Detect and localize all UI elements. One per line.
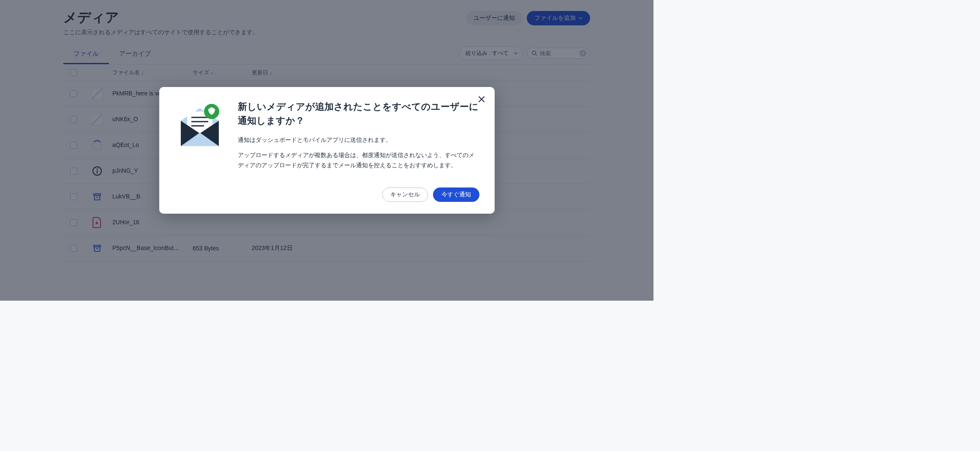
modal-overlay: 新しいメディアが追加されたことをすべてのユーザーに通知しますか？ 通知はダッシュ… [0, 0, 653, 301]
notify-modal: 新しいメディアが追加されたことをすべてのユーザーに通知しますか？ 通知はダッシュ… [159, 87, 495, 213]
modal-desc-2: アップロードするメディアが複数ある場合は、都度通知が送信されないよう、すべてのメ… [238, 150, 479, 171]
modal-desc-1: 通知はダッシュボードとモバイルアプリに送信されます。 [238, 135, 479, 145]
modal-title: 新しいメディアが追加されたことをすべてのユーザーに通知しますか？ [238, 100, 479, 128]
modal-confirm-button[interactable]: 今すぐ通知 [433, 187, 479, 202]
modal-close-button[interactable] [478, 95, 485, 105]
close-icon [478, 95, 485, 103]
envelope-notification-icon [174, 100, 225, 150]
modal-cancel-button[interactable]: キャンセル [382, 187, 428, 202]
